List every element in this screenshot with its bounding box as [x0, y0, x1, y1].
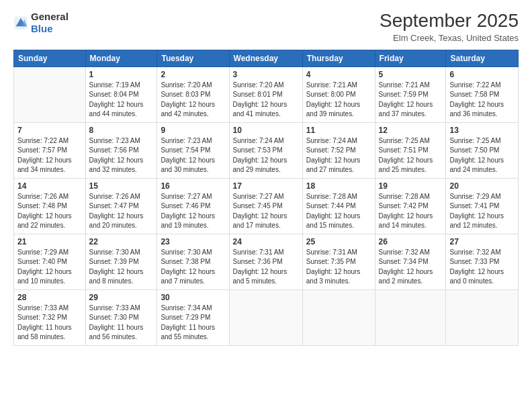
table-row: 4Sunrise: 7:21 AMSunset: 8:00 PMDaylight… — [302, 66, 375, 122]
table-row: 11Sunrise: 7:24 AMSunset: 7:52 PMDayligh… — [302, 122, 375, 178]
col-monday: Monday — [85, 50, 157, 66]
page-title: September 2025 — [380, 11, 519, 32]
day-info: Sunrise: 7:19 AMSunset: 8:04 PMDaylight:… — [89, 81, 154, 120]
col-saturday: Saturday — [446, 50, 519, 66]
day-info: Sunrise: 7:29 AMSunset: 7:40 PMDaylight:… — [17, 248, 82, 287]
table-row: 8Sunrise: 7:23 AMSunset: 7:56 PMDaylight… — [85, 122, 157, 178]
day-number: 2 — [161, 70, 225, 79]
day-number: 23 — [161, 237, 225, 246]
logo: General Blue — [13, 11, 69, 35]
day-info: Sunrise: 7:25 AMSunset: 7:51 PMDaylight:… — [379, 136, 443, 175]
table-row — [446, 289, 519, 345]
day-info: Sunrise: 7:31 AMSunset: 7:36 PMDaylight:… — [233, 248, 299, 287]
day-number: 1 — [89, 70, 154, 79]
col-friday: Friday — [375, 50, 446, 66]
day-info: Sunrise: 7:26 AMSunset: 7:48 PMDaylight:… — [17, 192, 82, 231]
day-number: 22 — [89, 237, 154, 246]
table-row: 17Sunrise: 7:27 AMSunset: 7:45 PMDayligh… — [229, 178, 302, 234]
day-number: 7 — [17, 126, 82, 135]
day-info: Sunrise: 7:33 AMSunset: 7:32 PMDaylight:… — [17, 304, 82, 342]
day-number: 24 — [233, 237, 299, 246]
day-number: 11 — [306, 126, 371, 135]
day-info: Sunrise: 7:23 AMSunset: 7:56 PMDaylight:… — [89, 136, 154, 175]
day-number: 15 — [89, 181, 154, 191]
table-row: 1Sunrise: 7:19 AMSunset: 8:04 PMDaylight… — [85, 66, 157, 122]
day-info: Sunrise: 7:22 AMSunset: 7:58 PMDaylight:… — [449, 81, 515, 120]
day-info: Sunrise: 7:25 AMSunset: 7:50 PMDaylight:… — [449, 136, 515, 175]
day-info: Sunrise: 7:28 AMSunset: 7:44 PMDaylight:… — [306, 192, 371, 231]
logo-text: General Blue — [31, 11, 69, 35]
day-number: 10 — [233, 126, 299, 135]
table-row: 12Sunrise: 7:25 AMSunset: 7:51 PMDayligh… — [375, 122, 446, 178]
table-row: 3Sunrise: 7:20 AMSunset: 8:01 PMDaylight… — [229, 66, 302, 122]
table-row: 16Sunrise: 7:27 AMSunset: 7:46 PMDayligh… — [157, 178, 229, 234]
day-info: Sunrise: 7:21 AMSunset: 7:59 PMDaylight:… — [379, 81, 443, 120]
table-row: 22Sunrise: 7:30 AMSunset: 7:39 PMDayligh… — [85, 234, 157, 289]
day-info: Sunrise: 7:34 AMSunset: 7:29 PMDaylight:… — [161, 304, 225, 342]
day-info: Sunrise: 7:30 AMSunset: 7:39 PMDaylight:… — [89, 248, 154, 287]
day-info: Sunrise: 7:27 AMSunset: 7:46 PMDaylight:… — [161, 192, 225, 231]
day-number: 4 — [306, 70, 371, 79]
day-number: 17 — [233, 181, 299, 191]
table-row: 7Sunrise: 7:22 AMSunset: 7:57 PMDaylight… — [14, 122, 86, 178]
day-info: Sunrise: 7:20 AMSunset: 8:01 PMDaylight:… — [233, 81, 299, 120]
table-row: 9Sunrise: 7:23 AMSunset: 7:54 PMDaylight… — [157, 122, 229, 178]
col-wednesday: Wednesday — [229, 50, 302, 66]
table-row: 5Sunrise: 7:21 AMSunset: 7:59 PMDaylight… — [375, 66, 446, 122]
day-info: Sunrise: 7:28 AMSunset: 7:42 PMDaylight:… — [379, 192, 443, 231]
table-row: 18Sunrise: 7:28 AMSunset: 7:44 PMDayligh… — [302, 178, 375, 234]
day-info: Sunrise: 7:24 AMSunset: 7:52 PMDaylight:… — [306, 136, 371, 175]
table-row: 20Sunrise: 7:29 AMSunset: 7:41 PMDayligh… — [446, 178, 519, 234]
day-number: 28 — [17, 293, 82, 302]
col-thursday: Thursday — [302, 50, 375, 66]
day-info: Sunrise: 7:27 AMSunset: 7:45 PMDaylight:… — [233, 192, 299, 231]
table-row: 2Sunrise: 7:20 AMSunset: 8:03 PMDaylight… — [157, 66, 229, 122]
day-number: 8 — [89, 126, 154, 135]
table-row: 23Sunrise: 7:30 AMSunset: 7:38 PMDayligh… — [157, 234, 229, 289]
day-info: Sunrise: 7:24 AMSunset: 7:53 PMDaylight:… — [233, 136, 299, 175]
day-number: 9 — [161, 126, 225, 135]
day-number: 29 — [89, 293, 154, 302]
table-row: 27Sunrise: 7:32 AMSunset: 7:33 PMDayligh… — [446, 234, 519, 289]
table-row: 25Sunrise: 7:31 AMSunset: 7:35 PMDayligh… — [302, 234, 375, 289]
day-info: Sunrise: 7:32 AMSunset: 7:33 PMDaylight:… — [449, 248, 515, 287]
calendar-table: Sunday Monday Tuesday Wednesday Thursday… — [13, 50, 519, 346]
day-info: Sunrise: 7:20 AMSunset: 8:03 PMDaylight:… — [161, 81, 225, 120]
day-info: Sunrise: 7:31 AMSunset: 7:35 PMDaylight:… — [306, 248, 371, 287]
day-number: 25 — [306, 237, 371, 246]
day-info: Sunrise: 7:23 AMSunset: 7:54 PMDaylight:… — [161, 136, 225, 175]
day-number: 20 — [449, 181, 515, 191]
day-info: Sunrise: 7:30 AMSunset: 7:38 PMDaylight:… — [161, 248, 225, 287]
calendar-header-row: Sunday Monday Tuesday Wednesday Thursday… — [14, 50, 519, 66]
logo-icon — [13, 15, 28, 30]
day-number: 6 — [449, 70, 515, 79]
col-sunday: Sunday — [14, 50, 86, 66]
day-number: 3 — [233, 70, 299, 79]
col-tuesday: Tuesday — [157, 50, 229, 66]
table-row: 21Sunrise: 7:29 AMSunset: 7:40 PMDayligh… — [14, 234, 86, 289]
day-number: 12 — [379, 126, 443, 135]
table-row: 10Sunrise: 7:24 AMSunset: 7:53 PMDayligh… — [229, 122, 302, 178]
day-number: 18 — [306, 181, 371, 191]
page-header: General Blue September 2025 Elm Creek, T… — [13, 11, 519, 43]
table-row — [229, 289, 302, 345]
day-info: Sunrise: 7:33 AMSunset: 7:30 PMDaylight:… — [89, 304, 154, 342]
table-row: 6Sunrise: 7:22 AMSunset: 7:58 PMDaylight… — [446, 66, 519, 122]
table-row: 19Sunrise: 7:28 AMSunset: 7:42 PMDayligh… — [375, 178, 446, 234]
day-number: 30 — [161, 293, 225, 302]
day-info: Sunrise: 7:22 AMSunset: 7:57 PMDaylight:… — [17, 136, 82, 175]
table-row — [375, 289, 446, 345]
day-number: 14 — [17, 181, 82, 191]
table-row: 14Sunrise: 7:26 AMSunset: 7:48 PMDayligh… — [14, 178, 86, 234]
day-number: 5 — [379, 70, 443, 79]
day-info: Sunrise: 7:26 AMSunset: 7:47 PMDaylight:… — [89, 192, 154, 231]
day-info: Sunrise: 7:29 AMSunset: 7:41 PMDaylight:… — [449, 192, 515, 231]
table-row: 15Sunrise: 7:26 AMSunset: 7:47 PMDayligh… — [85, 178, 157, 234]
day-number: 13 — [449, 126, 515, 135]
day-number: 27 — [449, 237, 515, 246]
table-row — [302, 289, 375, 345]
table-row: 13Sunrise: 7:25 AMSunset: 7:50 PMDayligh… — [446, 122, 519, 178]
day-number: 26 — [379, 237, 443, 246]
day-info: Sunrise: 7:32 AMSunset: 7:34 PMDaylight:… — [379, 248, 443, 287]
table-row: 26Sunrise: 7:32 AMSunset: 7:34 PMDayligh… — [375, 234, 446, 289]
